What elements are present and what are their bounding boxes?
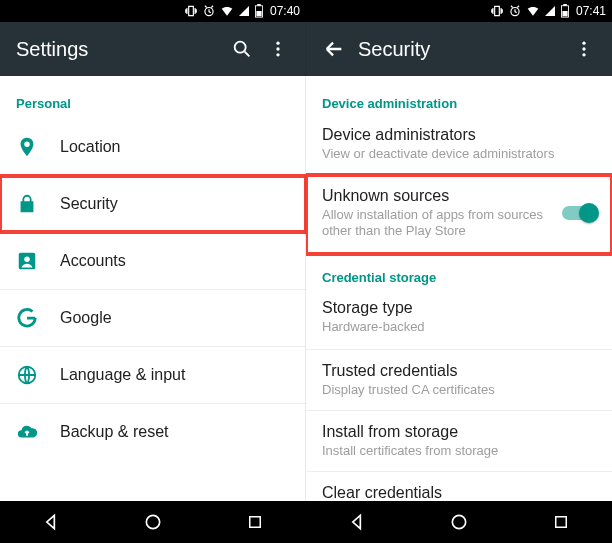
svg-point-17 — [582, 42, 585, 45]
battery-icon — [560, 4, 570, 18]
status-bar: 07:40 — [0, 0, 306, 22]
list-item-sublabel: Allow installation of apps from sources … — [322, 207, 556, 240]
list-item-label: Install from storage — [322, 423, 596, 441]
list-item-sublabel: View or deactivate device administrators — [322, 146, 596, 162]
nav-recent-button[interactable] — [531, 513, 591, 531]
nav-back-icon — [347, 512, 367, 532]
overflow-menu-button[interactable] — [260, 31, 296, 67]
list-item-backup-reset[interactable]: Backup & reset — [0, 404, 306, 460]
section-header-personal: Personal — [0, 76, 306, 119]
svg-point-9 — [24, 256, 30, 262]
svg-point-18 — [582, 47, 585, 50]
list-item-google[interactable]: Google — [0, 290, 306, 346]
cloud-upload-icon — [16, 421, 60, 443]
page-title: Settings — [16, 38, 224, 61]
status-time: 07:41 — [576, 4, 606, 18]
settings-screen: 07:40 Settings Personal Location — [0, 0, 306, 543]
svg-point-4 — [235, 42, 246, 53]
list-item-unknown-sources[interactable]: Unknown sources Allow installation of ap… — [306, 175, 612, 254]
app-bar: Settings — [0, 22, 306, 76]
list-item-sublabel: Hardware-backed — [322, 319, 596, 335]
arrow-back-icon — [323, 38, 345, 60]
svg-rect-3 — [256, 11, 261, 16]
alarm-icon — [508, 4, 522, 18]
list-item-storage-type[interactable]: Storage type Hardware-backed — [306, 293, 612, 349]
section-header-credential-storage: Credential storage — [306, 254, 612, 293]
list-item-label: Trusted credentials — [322, 362, 596, 380]
search-button[interactable] — [224, 31, 260, 67]
security-screen: 07:41 Security Device administration Dev… — [306, 0, 612, 543]
svg-point-6 — [276, 47, 279, 50]
nav-home-icon — [449, 512, 469, 532]
status-bar: 07:41 — [306, 0, 612, 22]
status-time: 07:40 — [270, 4, 300, 18]
vibrate-icon — [184, 4, 198, 18]
signal-icon — [544, 5, 556, 17]
page-title: Security — [358, 38, 566, 61]
settings-list: Personal Location Security Accounts — [0, 76, 306, 501]
navigation-bar — [306, 501, 612, 543]
list-item-install-from-storage[interactable]: Install from storage Install certificate… — [306, 411, 612, 471]
list-item-label: Language & input — [60, 366, 290, 384]
signal-icon — [238, 5, 250, 17]
globe-icon — [16, 364, 60, 386]
list-item-label: Backup & reset — [60, 423, 290, 441]
list-item-label: Storage type — [322, 299, 596, 317]
nav-home-icon — [143, 512, 163, 532]
svg-rect-2 — [257, 4, 261, 6]
nav-recent-icon — [552, 513, 570, 531]
navigation-bar — [0, 501, 306, 543]
svg-rect-12 — [250, 517, 261, 528]
list-item-clear-credentials[interactable]: Clear credentials — [306, 472, 612, 501]
list-item-location[interactable]: Location — [0, 119, 306, 175]
nav-recent-button[interactable] — [225, 513, 285, 531]
list-item-label: Accounts — [60, 252, 290, 270]
google-icon — [16, 307, 60, 329]
nav-home-button[interactable] — [429, 512, 489, 532]
section-header-device-admin: Device administration — [306, 76, 612, 119]
list-item-sublabel: Install certificates from storage — [322, 443, 596, 459]
list-item-trusted-credentials[interactable]: Trusted credentials Display trusted CA c… — [306, 350, 612, 410]
security-list: Device administration Device administrat… — [306, 76, 612, 501]
location-pin-icon — [16, 136, 60, 158]
list-item-device-administrators[interactable]: Device administrators View or deactivate… — [306, 119, 612, 175]
list-item-label: Google — [60, 309, 290, 327]
svg-rect-15 — [563, 4, 567, 6]
svg-rect-21 — [556, 517, 567, 528]
nav-recent-icon — [246, 513, 264, 531]
svg-point-19 — [582, 53, 585, 56]
nav-back-icon — [41, 512, 61, 532]
unknown-sources-toggle[interactable] — [562, 206, 596, 220]
overflow-menu-button[interactable] — [566, 31, 602, 67]
list-item-language-input[interactable]: Language & input — [0, 347, 306, 403]
list-item-sublabel: Display trusted CA certificates — [322, 382, 596, 398]
nav-back-button[interactable] — [327, 512, 387, 532]
list-item-label: Unknown sources — [322, 187, 556, 205]
list-item-accounts[interactable]: Accounts — [0, 233, 306, 289]
svg-point-20 — [452, 515, 465, 528]
more-vert-icon — [574, 39, 594, 59]
more-vert-icon — [268, 39, 288, 59]
search-icon — [231, 38, 253, 60]
list-item-label: Location — [60, 138, 290, 156]
wifi-icon — [526, 4, 540, 18]
list-item-label: Device administrators — [322, 126, 596, 144]
list-item-label: Security — [60, 195, 290, 213]
wifi-icon — [220, 4, 234, 18]
lock-icon — [16, 193, 60, 215]
app-bar: Security — [306, 22, 612, 76]
account-icon — [16, 250, 60, 272]
svg-point-7 — [276, 53, 279, 56]
battery-icon — [254, 4, 264, 18]
list-item-security[interactable]: Security — [0, 176, 306, 232]
list-item-label: Clear credentials — [322, 484, 596, 501]
svg-point-5 — [276, 42, 279, 45]
nav-home-button[interactable] — [123, 512, 183, 532]
back-button[interactable] — [316, 31, 352, 67]
svg-point-11 — [146, 515, 159, 528]
alarm-icon — [202, 4, 216, 18]
svg-rect-16 — [562, 11, 567, 16]
vibrate-icon — [490, 4, 504, 18]
nav-back-button[interactable] — [21, 512, 81, 532]
